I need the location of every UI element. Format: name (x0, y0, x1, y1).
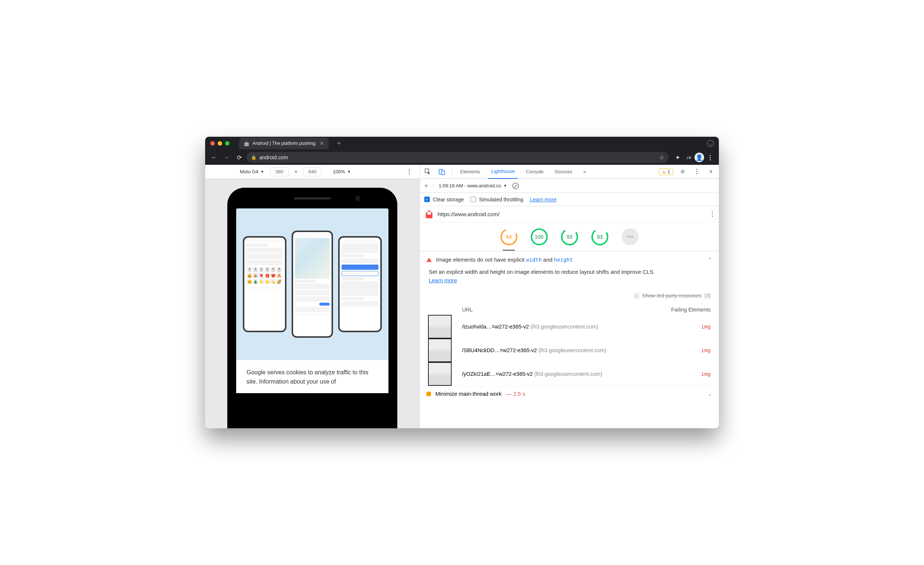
audit-minimize-main-thread[interactable]: Minimize main-thread work — 2.5 s ⌄ (420, 386, 719, 401)
address-bar-row: ← → ⟳ 🔒 android.com ☆ ✦ ♪≡ 👤 (205, 150, 719, 165)
fail-triangle-icon (426, 258, 432, 262)
checkbox-disabled-icon: ✓ (633, 293, 639, 298)
url-text: android.com (260, 154, 288, 160)
chevron-down-icon: ⌄ (708, 391, 712, 397)
content-area: Moto G4 ▼ 360 × 640 100% ▼ (205, 165, 719, 428)
device-toggle-icon[interactable] (438, 167, 447, 176)
inspect-icon[interactable] (423, 167, 432, 176)
mock-maps (292, 231, 333, 338)
device-toolbar: Moto G4 ▼ 360 × 640 100% ▼ (205, 165, 420, 179)
dropdown-arrow-icon: ▼ (503, 184, 507, 188)
table-row: /SBU4NckDD…=w272-e365-v2 (lh3.googleuser… (462, 340, 658, 361)
zoom-select[interactable]: 100% ▼ (333, 169, 351, 174)
mock-messaging: ⛄⛄⛄⛄⛄⛄😀🎉🎈🎁❤️🔥😊🎄⭐🌟💫🌈 (243, 236, 286, 332)
tabbar-menu-icon[interactable]: ⌄ (707, 140, 714, 147)
thumbnail-icon (428, 362, 452, 386)
lock-icon: 🔒 (251, 155, 256, 160)
audit-description: Set an explicit width and height on imag… (420, 268, 719, 291)
sim-throttling-checkbox[interactable]: Simulated throttling (471, 196, 524, 202)
traffic-close-icon[interactable] (210, 141, 215, 145)
devtools-pane: Elements Lighthouse Console Sources » ▲1… (420, 165, 719, 428)
browser-window: 🤖 Android | The platform pushing ✕ + ⌄ ←… (205, 137, 719, 428)
chevron-up-icon: ⌃ (708, 257, 712, 263)
table-row: /yOZkI21aE…=w272-e365-v2 (lh3.googleuser… (462, 364, 658, 384)
tab-title: Android | The platform pushing (252, 141, 315, 146)
reload-icon[interactable]: ⟳ (234, 152, 244, 163)
report-url: https://www.android.com/ (438, 211, 500, 217)
warn-square-icon (426, 392, 431, 396)
score-gauges: 64 100 93 93 PWA (420, 222, 719, 251)
device-menu-icon[interactable] (404, 167, 414, 177)
score-pwa[interactable]: PWA (622, 228, 639, 245)
devtools-menu-icon[interactable] (692, 167, 701, 176)
device-preview-pane: Moto G4 ▼ 360 × 640 100% ▼ (205, 165, 420, 428)
close-tab-icon[interactable]: ✕ (320, 141, 324, 146)
clear-icon[interactable] (512, 183, 519, 189)
devtools-tabs: Elements Lighthouse Console Sources » ▲1… (420, 165, 719, 179)
tab-overflow-icon[interactable]: » (580, 165, 589, 178)
settings-gear-icon[interactable]: ⚙ (678, 167, 687, 176)
checkbox-checked-icon: ✓ (424, 196, 430, 202)
clear-storage-checkbox[interactable]: ✓ Clear storage (424, 196, 464, 202)
android-favicon-icon: 🤖 (244, 141, 249, 146)
speaker-icon (294, 197, 331, 199)
height-input[interactable]: 640 (303, 167, 321, 176)
report-menu-icon[interactable] (712, 211, 713, 217)
report-select[interactable]: 1:09:16 AM - www.android.co ▼ (439, 183, 507, 189)
score-performance[interactable]: 64 (501, 228, 518, 245)
thumbnail-icon (428, 315, 452, 339)
svg-rect-2 (442, 171, 445, 175)
mock-books (338, 236, 382, 332)
failing-elements-table: URL Failing Elements /Izuohvi0a…=w272-e3… (420, 304, 719, 386)
failing-element: img (662, 371, 711, 377)
traffic-min-icon[interactable] (218, 141, 222, 145)
thumbnail-icon (428, 339, 452, 362)
col-failing: Failing Elements (662, 304, 711, 315)
width-input[interactable]: 360 (270, 167, 289, 176)
new-tab-button[interactable]: + (337, 140, 341, 147)
lighthouse-options: ✓ Clear storage Simulated throttling Lea… (420, 193, 719, 206)
dropdown-arrow-icon: ▼ (347, 169, 351, 174)
traffic-max-icon[interactable] (225, 141, 230, 145)
lighthouse-logo-icon (426, 210, 432, 218)
third-party-toggle[interactable]: ✓ Show 3rd-party resources (3) (420, 291, 719, 304)
score-accessibility[interactable]: 100 (531, 228, 548, 245)
report-url-bar: https://www.android.com/ (420, 206, 719, 222)
tab-console[interactable]: Console (523, 165, 547, 178)
bookmark-star-icon[interactable]: ☆ (659, 154, 664, 160)
back-icon[interactable]: ← (209, 152, 219, 163)
tab-lighthouse[interactable]: Lighthouse (488, 165, 518, 179)
zoom-value: 100% (333, 169, 345, 174)
failing-element: img (662, 324, 711, 330)
warnings-badge[interactable]: ▲1 (658, 168, 673, 175)
device-viewport: ⛄⛄⛄⛄⛄⛄😀🎉🎈🎁❤️🔥😊🎄⭐🌟💫🌈 Google serves cookie… (205, 179, 420, 428)
learn-more-link[interactable]: Learn more (429, 277, 457, 283)
cookie-banner: Google serves cookies to analyze traffic… (236, 360, 388, 393)
score-best-practices[interactable]: 93 (560, 227, 579, 246)
dim-sep: × (295, 169, 297, 174)
camera-icon (355, 196, 360, 201)
new-report-icon[interactable]: + (424, 182, 428, 190)
device-name: Moto G4 (240, 169, 258, 174)
forward-icon: → (221, 152, 232, 163)
phone-frame: ⛄⛄⛄⛄⛄⛄😀🎉🎈🎁❤️🔥😊🎄⭐🌟💫🌈 Google serves cookie… (227, 188, 398, 428)
tab-elements[interactable]: Elements (457, 165, 483, 178)
lighthouse-subbar: + 1:09:16 AM - www.android.co ▼ (420, 179, 719, 193)
dropdown-arrow-icon: ▼ (261, 169, 264, 174)
failing-element: img (662, 347, 711, 353)
media-icon[interactable]: ♪≡ (683, 152, 694, 163)
audit-header[interactable]: Image elements do not have explicit widt… (420, 251, 719, 268)
chrome-menu-icon[interactable] (705, 152, 715, 163)
thumbnail-strip (428, 315, 458, 386)
audit-title: Image elements do not have explicit widt… (436, 256, 573, 263)
profile-avatar-icon[interactable]: 👤 (694, 153, 704, 162)
title-bar: 🤖 Android | The platform pushing ✕ + ⌄ (205, 137, 719, 150)
close-devtools-icon[interactable]: ✕ (706, 167, 715, 176)
device-select[interactable]: Moto G4 ▼ (240, 169, 264, 174)
score-seo[interactable]: 93 (590, 227, 609, 246)
learn-more-link[interactable]: Learn more (530, 196, 556, 202)
extensions-icon[interactable]: ✦ (672, 152, 682, 163)
omnibox[interactable]: 🔒 android.com ☆ (246, 152, 669, 163)
browser-tab[interactable]: 🤖 Android | The platform pushing ✕ (239, 138, 328, 149)
tab-sources[interactable]: Sources (552, 165, 576, 178)
